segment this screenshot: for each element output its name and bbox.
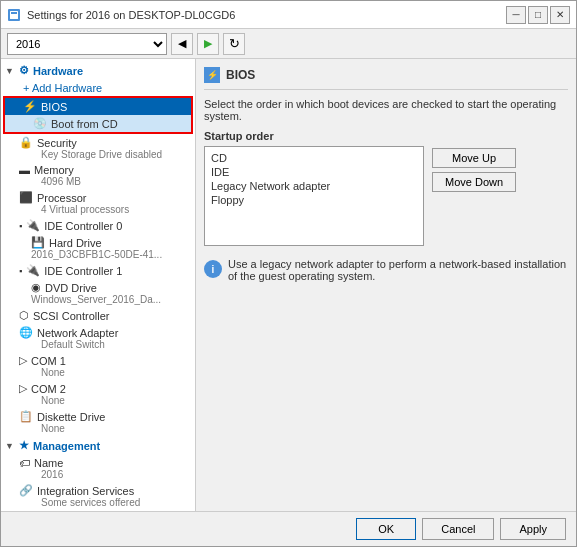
sidebar-item-network[interactable]: 🌐 Network Adapter Default Switch	[1, 324, 195, 352]
com1-icon: ▷	[19, 354, 27, 367]
sidebar-item-name[interactable]: 🏷 Name 2016	[1, 455, 195, 482]
management-section-header[interactable]: ▼ ★ Management	[1, 436, 195, 455]
refresh-button[interactable]: ↻	[223, 33, 245, 55]
sidebar-item-scsi[interactable]: ⬡ SCSI Controller	[1, 307, 195, 324]
scsi-label: SCSI Controller	[33, 310, 109, 322]
sidebar-item-com1[interactable]: ▷ COM 1 None	[1, 352, 195, 380]
expand-ide1-icon: ▪	[19, 266, 22, 276]
sidebar-item-security[interactable]: 🔒 Security Key Storage Drive disabled	[1, 134, 195, 162]
sidebar-item-add-hardware[interactable]: + Add Hardware	[1, 80, 195, 96]
name-label: Name	[34, 457, 63, 469]
name-sub: 2016	[19, 469, 191, 480]
info-text: Use a legacy network adapter to perform …	[228, 258, 568, 282]
panel-header: ⚡ BIOS	[204, 67, 568, 90]
refresh-icon: ↻	[229, 36, 240, 51]
network-icon: 🌐	[19, 326, 33, 339]
sidebar-item-com2[interactable]: ▷ COM 2 None	[1, 380, 195, 408]
add-hardware-label: Add Hardware	[32, 82, 102, 94]
bios-icon: ⚡	[23, 100, 37, 113]
network-sub: Default Switch	[19, 339, 191, 350]
com1-sub: None	[19, 367, 191, 378]
apply-button[interactable]: Apply	[500, 518, 566, 540]
diskette-icon: 📋	[19, 410, 33, 423]
vm-dropdown[interactable]: 2016	[7, 33, 167, 55]
minimize-button[interactable]: ─	[506, 6, 526, 24]
sidebar-item-hdd[interactable]: 💾 Hard Drive 2016_D3CBFB1C-50DE-41...	[1, 234, 195, 262]
move-buttons: Move Up Move Down	[432, 146, 516, 246]
startup-item-floppy[interactable]: Floppy	[209, 193, 419, 207]
ide0-icon: 🔌	[26, 219, 40, 232]
hardware-section-header[interactable]: ▼ ⚙ Hardware	[1, 61, 195, 80]
sidebar-item-integration[interactable]: 🔗 Integration Services Some services off…	[1, 482, 195, 510]
move-down-button[interactable]: Move Down	[432, 172, 516, 192]
diskette-label: Diskette Drive	[37, 411, 105, 423]
highlight-bios-boot: ⚡ BIOS 💿 Boot from CD	[3, 96, 193, 134]
sidebar-item-memory[interactable]: ▬ Memory 4096 MB	[1, 162, 195, 189]
startup-order-label: Startup order	[204, 130, 568, 142]
startup-row: CD IDE Legacy Network adapter Floppy Mov…	[204, 146, 568, 246]
startup-list[interactable]: CD IDE Legacy Network adapter Floppy	[204, 146, 424, 246]
ide1-icon: 🔌	[26, 264, 40, 277]
memory-label: Memory	[34, 164, 74, 176]
network-label: Network Adapter	[37, 327, 118, 339]
title-bar-left: Settings for 2016 on DESKTOP-DL0CGD6	[7, 8, 235, 22]
sidebar-item-processor[interactable]: ⬛ Processor 4 Virtual processors	[1, 189, 195, 217]
ide1-label: IDE Controller 1	[44, 265, 122, 277]
info-box: i Use a legacy network adapter to perfor…	[204, 258, 568, 282]
sidebar-item-diskette[interactable]: 📋 Diskette Drive None	[1, 408, 195, 436]
maximize-button[interactable]: □	[528, 6, 548, 24]
sidebar-item-bios[interactable]: ⚡ BIOS	[5, 98, 191, 115]
startup-item-cd[interactable]: CD	[209, 151, 419, 165]
diskette-sub: None	[19, 423, 191, 434]
sidebar-item-dvd[interactable]: ◉ DVD Drive Windows_Server_2016_Da...	[1, 279, 195, 307]
bios-label: BIOS	[41, 101, 67, 113]
dvd-icon: ◉	[31, 281, 41, 294]
move-up-button[interactable]: Move Up	[432, 148, 516, 168]
right-panel: ⚡ BIOS Select the order in which boot de…	[196, 59, 576, 511]
back-button[interactable]: ◀	[171, 33, 193, 55]
boot-cd-icon: 💿	[33, 117, 47, 130]
hdd-label: Hard Drive	[49, 237, 102, 249]
name-icon: 🏷	[19, 457, 30, 469]
security-label: Security	[37, 137, 77, 149]
main-content: ▼ ⚙ Hardware + Add Hardware ⚡ BIOS 💿 Boo…	[1, 59, 576, 511]
hardware-icon: ⚙	[19, 64, 29, 77]
processor-icon: ⬛	[19, 191, 33, 204]
info-icon: i	[204, 260, 222, 278]
dvd-sub: Windows_Server_2016_Da...	[31, 294, 191, 305]
hdd-icon: 💾	[31, 236, 45, 249]
startup-item-legacy-network[interactable]: Legacy Network adapter	[209, 179, 419, 193]
left-panel: ▼ ⚙ Hardware + Add Hardware ⚡ BIOS 💿 Boo…	[1, 59, 196, 511]
scsi-icon: ⬡	[19, 309, 29, 322]
hardware-chevron-icon: ▼	[5, 66, 15, 76]
security-sub: Key Storage Drive disabled	[19, 149, 191, 160]
management-label: Management	[33, 440, 100, 452]
hardware-label: Hardware	[33, 65, 83, 77]
boot-cd-label: Boot from CD	[51, 118, 118, 130]
com2-label: COM 2	[31, 383, 66, 395]
forward-button[interactable]: ▶	[197, 33, 219, 55]
expand-ide0-icon: ▪	[19, 221, 22, 231]
com2-icon: ▷	[19, 382, 27, 395]
forward-icon: ▶	[204, 37, 212, 50]
hdd-sub: 2016_D3CBFB1C-50DE-41...	[31, 249, 191, 260]
management-icon: ★	[19, 439, 29, 452]
sidebar-item-ide0[interactable]: ▪ 🔌 IDE Controller 0	[1, 217, 195, 234]
bios-panel-icon: ⚡	[204, 67, 220, 83]
close-button[interactable]: ✕	[550, 6, 570, 24]
integration-icon: 🔗	[19, 484, 33, 497]
sidebar-item-boot-cd[interactable]: 💿 Boot from CD	[5, 115, 191, 132]
startup-item-ide[interactable]: IDE	[209, 165, 419, 179]
com2-sub: None	[19, 395, 191, 406]
sidebar-item-ide1[interactable]: ▪ 🔌 IDE Controller 1	[1, 262, 195, 279]
ok-button[interactable]: OK	[356, 518, 416, 540]
window-title: Settings for 2016 on DESKTOP-DL0CGD6	[27, 9, 235, 21]
title-buttons: ─ □ ✕	[506, 6, 570, 24]
panel-description: Select the order in which boot devices a…	[204, 98, 568, 122]
management-chevron-icon: ▼	[5, 441, 15, 451]
memory-icon: ▬	[19, 164, 30, 176]
panel-title: BIOS	[226, 68, 255, 82]
add-hardware-icon: +	[23, 82, 29, 94]
cancel-button[interactable]: Cancel	[422, 518, 494, 540]
ide0-label: IDE Controller 0	[44, 220, 122, 232]
